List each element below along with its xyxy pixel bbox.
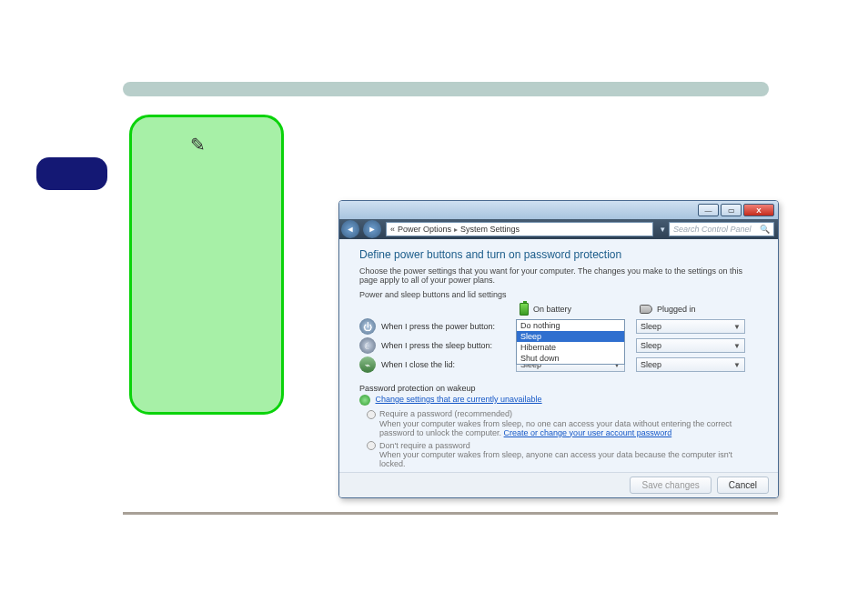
dropdown-option[interactable]: Shut down: [517, 353, 624, 364]
password-protection-heading: Password protection on wakeup: [359, 384, 758, 393]
power-button-battery-dropdown[interactable]: Do nothingSleepHibernateShut down: [516, 319, 625, 365]
require-password-option: Require a password (recommended) When yo…: [367, 409, 758, 437]
sidebar-pill: [36, 157, 107, 190]
option-label: Require a password (recommended): [379, 409, 512, 418]
search-input[interactable]: Search Control Panel 🔍: [669, 222, 774, 236]
sleep-button-icon: ☾: [359, 337, 376, 354]
chevron-down-icon: ▼: [733, 361, 741, 369]
option-label: Don't require a password: [379, 441, 470, 450]
user-account-password-link[interactable]: Create or change your user account passw…: [504, 428, 672, 437]
breadcrumb-item[interactable]: Power Options: [398, 225, 451, 234]
navbar: ◄ ► « Power Options ▸ System Settings ▾ …: [339, 219, 778, 239]
row-label-power-button: ⏻When I press the power button:: [359, 318, 516, 335]
close-icon: X: [756, 206, 761, 215]
breadcrumb-dropdown-icon[interactable]: ▾: [656, 225, 669, 234]
search-placeholder: Search Control Panel: [673, 225, 752, 234]
window-close-button[interactable]: X: [743, 204, 774, 216]
power-button-icon: ⏻: [359, 318, 376, 335]
combo-value: Sleep: [641, 341, 661, 350]
maximize-icon: ▭: [728, 206, 735, 215]
change-unavailable-settings-link[interactable]: Change settings that are currently unava…: [359, 395, 758, 406]
row-text: When I press the power button:: [381, 322, 495, 331]
page-description: Choose the power settings that you want …: [359, 266, 758, 285]
section-heading: Power and sleep buttons and lid settings: [359, 290, 758, 299]
row-text: When I press the sleep button:: [381, 341, 492, 350]
chevron-down-icon: ▼: [733, 323, 741, 331]
radio-dont-require-password: [367, 441, 376, 450]
dont-require-password-option: Don't require a password When your compu…: [367, 441, 758, 469]
row-label-sleep-button: ☾When I press the sleep button:: [359, 337, 516, 354]
dropdown-option[interactable]: Hibernate: [517, 342, 624, 353]
nav-forward-button[interactable]: ►: [363, 220, 381, 238]
nav-back-button[interactable]: ◄: [341, 220, 359, 238]
minimize-icon: —: [705, 206, 712, 215]
column-label: Plugged in: [657, 305, 696, 314]
window-footer: Save changes Cancel: [339, 472, 778, 497]
plug-icon: [640, 305, 652, 314]
battery-icon: [520, 303, 529, 316]
column-label: On battery: [533, 305, 571, 314]
option-description: When your computer wakes from sleep, any…: [379, 450, 758, 468]
search-icon: 🔍: [760, 225, 770, 234]
shield-icon: [359, 395, 370, 406]
system-settings-window: — ▭ X ◄ ► « Power Options ▸ System Setti…: [338, 200, 779, 498]
combo-value: Sleep: [641, 322, 661, 331]
row-label-close-lid: ⌁When I close the lid:: [359, 356, 516, 373]
window-minimize-button[interactable]: —: [698, 204, 719, 216]
note-card: ✎: [129, 115, 284, 415]
page-title: Define power buttons and turn on passwor…: [359, 248, 758, 261]
chevron-icon: ▸: [454, 226, 458, 234]
column-header-battery: On battery: [516, 303, 625, 316]
page-footer-rule: [123, 512, 778, 515]
close-lid-icon: ⌁: [359, 356, 376, 373]
close-lid-plugged-select[interactable]: Sleep▼: [636, 357, 745, 372]
row-text: When I close the lid:: [381, 360, 455, 369]
decorative-bar: [123, 82, 769, 96]
save-changes-button[interactable]: Save changes: [630, 477, 711, 494]
breadcrumb[interactable]: « Power Options ▸ System Settings: [386, 222, 653, 236]
chevron-down-icon: ▼: [733, 342, 741, 350]
breadcrumb-root-icon: «: [390, 225, 395, 234]
sleep-button-plugged-select[interactable]: Sleep▼: [636, 338, 745, 353]
cancel-button[interactable]: Cancel: [717, 477, 769, 494]
window-titlebar: — ▭ X: [339, 201, 778, 219]
content-area: Define power buttons and turn on passwor…: [339, 239, 778, 468]
dropdown-option[interactable]: Sleep: [517, 331, 624, 342]
link-text: Change settings that are currently unava…: [376, 395, 542, 404]
radio-require-password: [367, 410, 376, 419]
dropdown-option[interactable]: Do nothing: [517, 320, 624, 331]
column-header-plugged: Plugged in: [636, 305, 745, 314]
combo-value: Sleep: [641, 360, 661, 369]
power-button-plugged-select[interactable]: Sleep▼: [636, 319, 745, 334]
breadcrumb-item[interactable]: System Settings: [460, 225, 520, 234]
window-maximize-button[interactable]: ▭: [721, 204, 742, 216]
pen-icon: ✎: [190, 134, 206, 156]
